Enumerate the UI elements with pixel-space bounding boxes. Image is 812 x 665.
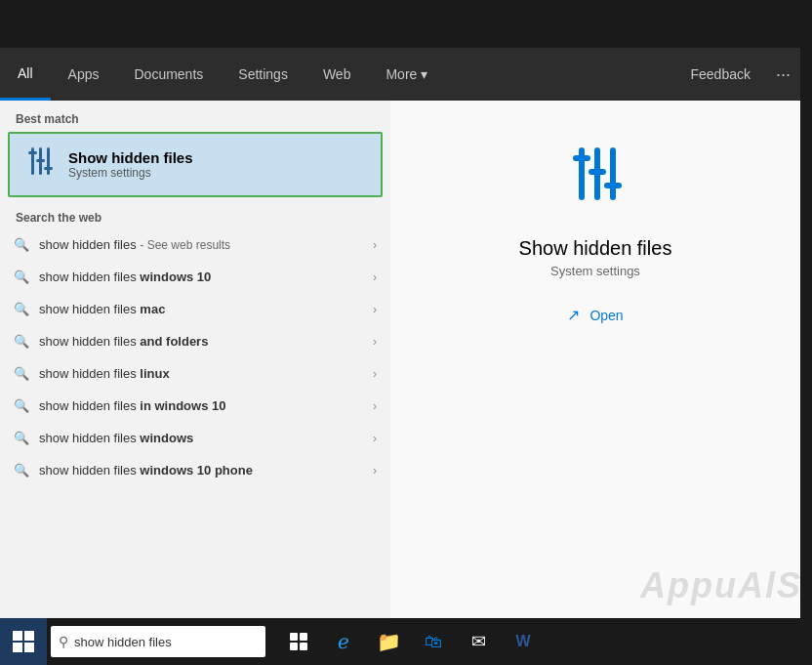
feedback-tab[interactable]: Feedback <box>675 48 766 101</box>
arrow-icon: › <box>373 303 377 316</box>
start-button[interactable] <box>0 618 47 665</box>
svg-rect-14 <box>13 643 22 652</box>
svg-rect-19 <box>300 643 307 650</box>
arrow-icon: › <box>373 399 377 413</box>
open-icon: ↗ <box>567 306 580 324</box>
tab-apps[interactable]: Apps <box>51 48 117 101</box>
open-action[interactable]: ↗ Open <box>567 306 623 324</box>
tabs-bar: All Apps Documents Settings Web More ▾ F… <box>0 48 800 101</box>
search-popup: All Apps Documents Settings Web More ▾ F… <box>0 48 800 618</box>
svg-rect-15 <box>24 643 34 652</box>
search-item-text: show hidden files mac <box>39 302 373 316</box>
search-icon: 🔍 <box>14 302 29 316</box>
search-icon: 🔍 <box>14 431 29 445</box>
list-item[interactable]: 🔍 show hidden files linux › <box>0 357 390 390</box>
best-match-subtitle: System settings <box>68 166 193 180</box>
list-item[interactable]: 🔍 show hidden files windows 10 phone › <box>0 454 390 486</box>
left-panel: Best match Show hidden files <box>0 101 390 618</box>
arrow-icon: › <box>373 367 377 381</box>
search-item-text: show hidden files and folders <box>39 334 373 349</box>
search-item-text: show hidden files windows <box>39 431 373 445</box>
list-item[interactable]: 🔍 show hidden files windows 10 › <box>0 261 390 293</box>
best-match-title: Show hidden files <box>68 149 193 166</box>
search-icon: 🔍 <box>14 398 29 413</box>
search-icon: 🔍 <box>14 270 29 284</box>
search-web-label: Search the web <box>0 197 390 229</box>
svg-rect-11 <box>604 183 622 188</box>
svg-rect-5 <box>44 167 53 170</box>
taskbar-word[interactable]: W <box>502 618 545 665</box>
svg-rect-4 <box>36 159 45 162</box>
arrow-icon: › <box>373 238 377 252</box>
result-title: Show hidden files <box>519 237 672 260</box>
taskbar-icons: ℯ 📁 🛍 ✉ W <box>277 618 545 665</box>
list-item[interactable]: 🔍 show hidden files windows › <box>0 422 390 454</box>
search-item-text: show hidden files windows 10 phone <box>39 463 373 478</box>
svg-rect-8 <box>610 147 616 200</box>
tab-documents[interactable]: Documents <box>116 48 221 101</box>
svg-rect-10 <box>589 169 606 175</box>
arrow-icon: › <box>373 335 377 349</box>
svg-rect-9 <box>573 155 590 161</box>
result-subtitle: System settings <box>550 264 640 278</box>
right-panel: Show hidden files System settings ↗ Open <box>390 101 800 618</box>
arrow-icon: › <box>373 464 377 478</box>
search-icon: 🔍 <box>14 237 29 252</box>
arrow-icon: › <box>373 432 377 445</box>
open-label: Open <box>589 308 623 323</box>
taskbar-mail[interactable]: ✉ <box>457 618 500 665</box>
search-icon: 🔍 <box>14 334 29 349</box>
svg-rect-18 <box>290 643 298 650</box>
search-item-text: show hidden files - See web results <box>39 237 373 252</box>
taskbar-explorer[interactable]: 📁 <box>367 618 410 665</box>
more-options-button[interactable]: ··· <box>766 48 800 101</box>
taskbar-search-box[interactable]: ⚲ show hidden files <box>51 626 265 657</box>
taskbar-store[interactable]: 🛍 <box>412 618 455 665</box>
taskbar: ⚲ show hidden files ℯ 📁 🛍 ✉ W <box>0 618 812 665</box>
main-content: Best match Show hidden files <box>0 101 800 618</box>
taskbar-task-view[interactable] <box>277 618 320 665</box>
arrow-icon: › <box>373 270 377 284</box>
best-match-text: Show hidden files System settings <box>68 149 193 180</box>
list-item[interactable]: 🔍 show hidden files in windows 10 › <box>0 390 390 422</box>
list-item[interactable]: 🔍 show hidden files and folders › <box>0 325 390 357</box>
search-item-text: show hidden files linux <box>39 366 373 381</box>
tab-more[interactable]: More ▾ <box>368 48 445 101</box>
search-item-text: show hidden files in windows 10 <box>39 398 373 413</box>
best-match-label: Best match <box>0 101 390 132</box>
tab-web[interactable]: Web <box>305 48 369 101</box>
search-icon: 🔍 <box>14 366 29 381</box>
list-item[interactable]: 🔍 show hidden files mac › <box>0 293 390 325</box>
search-item-text: show hidden files windows 10 <box>39 270 373 284</box>
taskbar-search-icon: ⚲ <box>59 634 68 649</box>
svg-rect-17 <box>300 633 307 641</box>
list-item[interactable]: 🔍 show hidden files - See web results › <box>0 229 390 261</box>
taskbar-edge[interactable]: ℯ <box>322 618 365 665</box>
settings-icon <box>21 144 57 186</box>
svg-rect-16 <box>290 633 298 641</box>
result-icon <box>561 140 629 222</box>
taskbar-search-text: show hidden files <box>74 635 172 649</box>
svg-rect-3 <box>28 151 37 154</box>
tab-settings[interactable]: Settings <box>221 48 305 101</box>
svg-rect-13 <box>24 631 34 641</box>
best-match-item[interactable]: Show hidden files System settings <box>8 132 383 197</box>
tab-all[interactable]: All <box>0 48 51 101</box>
svg-rect-12 <box>13 631 22 641</box>
search-icon: 🔍 <box>14 463 29 478</box>
svg-rect-2 <box>47 147 50 175</box>
